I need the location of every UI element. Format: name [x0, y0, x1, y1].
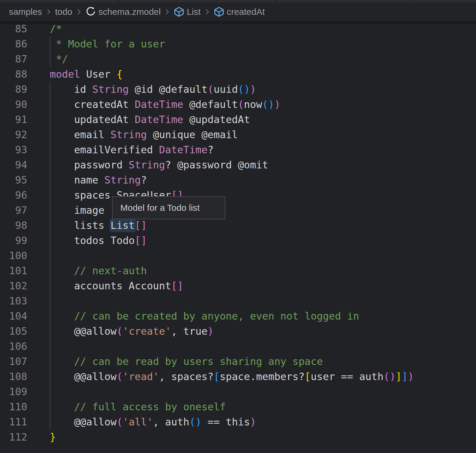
code-line[interactable]: 99 todos Todo[]: [0, 233, 476, 248]
code-token: ): [408, 371, 414, 382]
code-line[interactable]: 105 @@allow('create', true): [0, 324, 476, 339]
line-number[interactable]: 88: [0, 67, 27, 82]
line-number[interactable]: 99: [0, 233, 27, 248]
code-line[interactable]: 94 password String? @password @omit: [0, 157, 476, 173]
line-number[interactable]: 91: [0, 112, 27, 127]
code-line[interactable]: 85/*: [0, 21, 476, 36]
code-line-content[interactable]: todos Todo[]: [27, 233, 147, 248]
code-line[interactable]: 101 // next-auth: [0, 263, 476, 278]
code-token: * Model for a user: [50, 38, 165, 50]
code-line-content[interactable]: name String?: [27, 173, 147, 188]
code-line-content[interactable]: password String? @password @omit: [27, 157, 268, 173]
breadcrumb-item-schema.zmodel[interactable]: schema.zmodel: [98, 7, 161, 17]
code-line[interactable]: 96 spaces SpaceUser[]: [0, 188, 476, 203]
code-line[interactable]: 104 // can be created by anyone, even no…: [0, 309, 476, 324]
code-line[interactable]: 93 emailVerified DateTime?: [0, 142, 476, 157]
code-line[interactable]: 111 @@allow('all', auth() == this): [0, 414, 476, 430]
code-token: String: [111, 129, 153, 141]
code-editor[interactable]: Model for a Todo list 85/*86 * Model for…: [0, 21, 476, 453]
code-line-content[interactable]: lists List[]: [27, 218, 147, 233]
line-number[interactable]: 87: [0, 52, 27, 67]
code-line-content[interactable]: @@allow('all', auth() == this): [27, 414, 256, 430]
line-number[interactable]: 93: [0, 142, 27, 157]
code-line[interactable]: 107 // can be read by users sharing any …: [0, 354, 476, 369]
line-number[interactable]: 97: [0, 203, 27, 218]
code-line[interactable]: 86 * Model for a user: [0, 36, 476, 52]
line-number[interactable]: 100: [0, 248, 27, 263]
code-line[interactable]: 102 accounts Account[]: [0, 278, 476, 294]
code-line[interactable]: 103: [0, 294, 476, 309]
line-number[interactable]: 94: [0, 157, 27, 173]
code-line-content[interactable]: @@allow('create', true): [27, 324, 214, 339]
code-line[interactable]: 87 */: [0, 52, 476, 67]
breadcrumb-item-samples[interactable]: samples: [9, 7, 42, 17]
code-line[interactable]: 90 createdAt DateTime @default(now()): [0, 97, 476, 112]
code-line-content[interactable]: @@allow('read', spaces?[space.members?[u…: [27, 369, 414, 384]
code-line[interactable]: 89 id String @id @default(uuid()): [0, 82, 476, 97]
line-number[interactable]: 108: [0, 369, 27, 384]
line-number[interactable]: 86: [0, 36, 27, 52]
code-token: // next-auth: [50, 265, 147, 277]
code-line-content[interactable]: /*: [27, 21, 62, 36]
line-number[interactable]: 111: [0, 414, 27, 430]
code-line-content[interactable]: createdAt DateTime @default(now()): [27, 97, 280, 112]
code-line-content[interactable]: [27, 248, 50, 263]
code-line-content[interactable]: }: [27, 430, 56, 445]
tab-bar[interactable]: [0, 0, 476, 2]
chevron-right-icon: [164, 8, 171, 15]
code-line[interactable]: 97 image: [0, 203, 476, 218]
code-line[interactable]: 106: [0, 339, 476, 354]
code-line-content[interactable]: // can be read by users sharing any spac…: [27, 354, 323, 369]
code-line[interactable]: 110 // full access by oneself: [0, 399, 476, 414]
code-line-content[interactable]: model User {: [27, 67, 123, 82]
line-number[interactable]: 98: [0, 218, 27, 233]
code-line[interactable]: 91 updatedAt DateTime @updatedAt: [0, 112, 476, 127]
line-number[interactable]: 107: [0, 354, 27, 369]
code-token: [: [305, 371, 311, 382]
line-number[interactable]: 105: [0, 324, 27, 339]
breadcrumb-item-createdAt[interactable]: createdAt: [227, 7, 265, 17]
line-number[interactable]: 104: [0, 309, 27, 324]
line-number[interactable]: 89: [0, 82, 27, 97]
line-number[interactable]: 102: [0, 278, 27, 294]
breadcrumb-item-todo[interactable]: todo: [55, 7, 72, 17]
breadcrumb-item-List[interactable]: List: [187, 7, 201, 17]
line-number[interactable]: 112: [0, 430, 27, 445]
line-number[interactable]: 109: [0, 384, 27, 399]
code-token: // can be read by users sharing any spac…: [50, 355, 323, 367]
code-line[interactable]: 112}: [0, 430, 476, 445]
code-line-content[interactable]: id String @id @default(uuid()): [27, 82, 256, 97]
line-number[interactable]: 96: [0, 188, 27, 203]
line-number[interactable]: 110: [0, 399, 27, 414]
code-line[interactable]: 88model User {: [0, 67, 476, 82]
line-number[interactable]: 106: [0, 339, 27, 354]
line-number[interactable]: 101: [0, 263, 27, 278]
code-line[interactable]: 109: [0, 384, 476, 399]
code-token: model: [50, 68, 86, 80]
code-line-content[interactable]: */: [27, 52, 68, 67]
code-line-content[interactable]: email String @unique @email: [27, 127, 238, 142]
breadcrumb[interactable]: samplestodoschema.zmodelListcreatedAt: [0, 2, 476, 21]
line-number[interactable]: 103: [0, 294, 27, 309]
line-number[interactable]: 90: [0, 97, 27, 112]
code-line-content[interactable]: // next-auth: [27, 263, 147, 278]
code-line-content[interactable]: [27, 339, 50, 354]
code-line-content[interactable]: // can be created by anyone, even not lo…: [27, 309, 359, 324]
line-number[interactable]: 95: [0, 173, 27, 188]
code-line-content[interactable]: * Model for a user: [27, 36, 165, 52]
line-number[interactable]: 92: [0, 127, 27, 142]
code-line-content[interactable]: [27, 294, 50, 309]
code-line-content[interactable]: image: [27, 203, 104, 218]
code-line-content[interactable]: emailVerified DateTime?: [27, 142, 214, 157]
code-line-content[interactable]: // full access by oneself: [27, 399, 226, 414]
code-line-content[interactable]: [27, 384, 50, 399]
code-line[interactable]: 108 @@allow('read', spaces?[space.member…: [0, 369, 476, 384]
code-line[interactable]: 98 lists List[]: [0, 218, 476, 233]
code-line[interactable]: 92 email String @unique @email: [0, 127, 476, 142]
code-line-content[interactable]: updatedAt DateTime @updatedAt: [27, 112, 250, 127]
code-line[interactable]: 95 name String?: [0, 173, 476, 188]
tab-divider: [119, 0, 119, 2]
line-number[interactable]: 85: [0, 21, 27, 36]
code-line-content[interactable]: accounts Account[]: [27, 278, 183, 294]
code-line[interactable]: 100: [0, 248, 476, 263]
